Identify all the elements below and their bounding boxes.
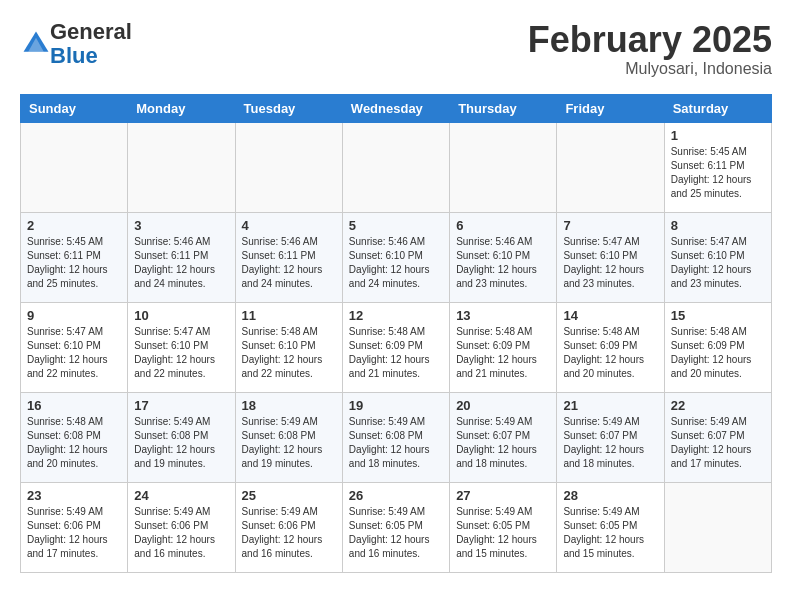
day-info: Sunrise: 5:48 AM Sunset: 6:09 PM Dayligh… xyxy=(563,325,657,381)
day-number: 7 xyxy=(563,218,657,233)
calendar-cell: 20Sunrise: 5:49 AM Sunset: 6:07 PM Dayli… xyxy=(450,392,557,482)
calendar-cell: 13Sunrise: 5:48 AM Sunset: 6:09 PM Dayli… xyxy=(450,302,557,392)
day-info: Sunrise: 5:49 AM Sunset: 6:05 PM Dayligh… xyxy=(456,505,550,561)
day-info: Sunrise: 5:48 AM Sunset: 6:08 PM Dayligh… xyxy=(27,415,121,471)
calendar-cell: 4Sunrise: 5:46 AM Sunset: 6:11 PM Daylig… xyxy=(235,212,342,302)
calendar-cell xyxy=(450,122,557,212)
calendar-cell: 8Sunrise: 5:47 AM Sunset: 6:10 PM Daylig… xyxy=(664,212,771,302)
calendar-cell: 22Sunrise: 5:49 AM Sunset: 6:07 PM Dayli… xyxy=(664,392,771,482)
calendar-cell: 6Sunrise: 5:46 AM Sunset: 6:10 PM Daylig… xyxy=(450,212,557,302)
calendar-cell: 14Sunrise: 5:48 AM Sunset: 6:09 PM Dayli… xyxy=(557,302,664,392)
calendar-cell: 3Sunrise: 5:46 AM Sunset: 6:11 PM Daylig… xyxy=(128,212,235,302)
day-header-monday: Monday xyxy=(128,94,235,122)
day-number: 26 xyxy=(349,488,443,503)
day-number: 25 xyxy=(242,488,336,503)
calendar-cell: 19Sunrise: 5:49 AM Sunset: 6:08 PM Dayli… xyxy=(342,392,449,482)
day-info: Sunrise: 5:49 AM Sunset: 6:05 PM Dayligh… xyxy=(563,505,657,561)
calendar-cell: 1Sunrise: 5:45 AM Sunset: 6:11 PM Daylig… xyxy=(664,122,771,212)
day-number: 17 xyxy=(134,398,228,413)
day-number: 16 xyxy=(27,398,121,413)
logo-blue-text: Blue xyxy=(50,43,98,68)
day-number: 21 xyxy=(563,398,657,413)
day-info: Sunrise: 5:48 AM Sunset: 6:09 PM Dayligh… xyxy=(349,325,443,381)
day-number: 22 xyxy=(671,398,765,413)
day-info: Sunrise: 5:49 AM Sunset: 6:07 PM Dayligh… xyxy=(563,415,657,471)
day-header-wednesday: Wednesday xyxy=(342,94,449,122)
calendar-week-5: 23Sunrise: 5:49 AM Sunset: 6:06 PM Dayli… xyxy=(21,482,772,572)
day-info: Sunrise: 5:46 AM Sunset: 6:11 PM Dayligh… xyxy=(242,235,336,291)
page-header: General Blue February 2025 Mulyosari, In… xyxy=(20,20,772,78)
calendar-cell: 11Sunrise: 5:48 AM Sunset: 6:10 PM Dayli… xyxy=(235,302,342,392)
day-info: Sunrise: 5:47 AM Sunset: 6:10 PM Dayligh… xyxy=(134,325,228,381)
day-number: 5 xyxy=(349,218,443,233)
day-number: 2 xyxy=(27,218,121,233)
day-number: 18 xyxy=(242,398,336,413)
month-title: February 2025 xyxy=(528,20,772,60)
day-number: 28 xyxy=(563,488,657,503)
day-info: Sunrise: 5:49 AM Sunset: 6:05 PM Dayligh… xyxy=(349,505,443,561)
day-header-thursday: Thursday xyxy=(450,94,557,122)
day-info: Sunrise: 5:49 AM Sunset: 6:08 PM Dayligh… xyxy=(134,415,228,471)
location-text: Mulyosari, Indonesia xyxy=(528,60,772,78)
calendar-week-3: 9Sunrise: 5:47 AM Sunset: 6:10 PM Daylig… xyxy=(21,302,772,392)
calendar-cell: 5Sunrise: 5:46 AM Sunset: 6:10 PM Daylig… xyxy=(342,212,449,302)
calendar-cell: 10Sunrise: 5:47 AM Sunset: 6:10 PM Dayli… xyxy=(128,302,235,392)
calendar-cell: 9Sunrise: 5:47 AM Sunset: 6:10 PM Daylig… xyxy=(21,302,128,392)
day-info: Sunrise: 5:48 AM Sunset: 6:09 PM Dayligh… xyxy=(671,325,765,381)
day-number: 13 xyxy=(456,308,550,323)
logo-general-text: General xyxy=(50,19,132,44)
day-number: 27 xyxy=(456,488,550,503)
day-header-saturday: Saturday xyxy=(664,94,771,122)
day-info: Sunrise: 5:49 AM Sunset: 6:06 PM Dayligh… xyxy=(242,505,336,561)
day-info: Sunrise: 5:49 AM Sunset: 6:08 PM Dayligh… xyxy=(242,415,336,471)
calendar-header-row: SundayMondayTuesdayWednesdayThursdayFrid… xyxy=(21,94,772,122)
day-info: Sunrise: 5:46 AM Sunset: 6:10 PM Dayligh… xyxy=(349,235,443,291)
calendar-cell xyxy=(235,122,342,212)
calendar-table: SundayMondayTuesdayWednesdayThursdayFrid… xyxy=(20,94,772,573)
day-info: Sunrise: 5:48 AM Sunset: 6:09 PM Dayligh… xyxy=(456,325,550,381)
day-number: 19 xyxy=(349,398,443,413)
day-info: Sunrise: 5:49 AM Sunset: 6:07 PM Dayligh… xyxy=(671,415,765,471)
calendar-cell: 23Sunrise: 5:49 AM Sunset: 6:06 PM Dayli… xyxy=(21,482,128,572)
logo-icon xyxy=(22,30,50,58)
day-number: 4 xyxy=(242,218,336,233)
day-number: 24 xyxy=(134,488,228,503)
calendar-cell: 16Sunrise: 5:48 AM Sunset: 6:08 PM Dayli… xyxy=(21,392,128,482)
day-header-sunday: Sunday xyxy=(21,94,128,122)
calendar-week-2: 2Sunrise: 5:45 AM Sunset: 6:11 PM Daylig… xyxy=(21,212,772,302)
day-number: 11 xyxy=(242,308,336,323)
calendar-cell: 12Sunrise: 5:48 AM Sunset: 6:09 PM Dayli… xyxy=(342,302,449,392)
day-info: Sunrise: 5:45 AM Sunset: 6:11 PM Dayligh… xyxy=(671,145,765,201)
calendar-week-4: 16Sunrise: 5:48 AM Sunset: 6:08 PM Dayli… xyxy=(21,392,772,482)
day-info: Sunrise: 5:46 AM Sunset: 6:11 PM Dayligh… xyxy=(134,235,228,291)
day-number: 8 xyxy=(671,218,765,233)
day-number: 12 xyxy=(349,308,443,323)
day-info: Sunrise: 5:46 AM Sunset: 6:10 PM Dayligh… xyxy=(456,235,550,291)
day-info: Sunrise: 5:49 AM Sunset: 6:08 PM Dayligh… xyxy=(349,415,443,471)
day-number: 1 xyxy=(671,128,765,143)
day-info: Sunrise: 5:47 AM Sunset: 6:10 PM Dayligh… xyxy=(27,325,121,381)
day-header-tuesday: Tuesday xyxy=(235,94,342,122)
calendar-cell xyxy=(342,122,449,212)
day-number: 14 xyxy=(563,308,657,323)
day-info: Sunrise: 5:47 AM Sunset: 6:10 PM Dayligh… xyxy=(671,235,765,291)
day-info: Sunrise: 5:49 AM Sunset: 6:07 PM Dayligh… xyxy=(456,415,550,471)
calendar-cell xyxy=(664,482,771,572)
calendar-cell: 27Sunrise: 5:49 AM Sunset: 6:05 PM Dayli… xyxy=(450,482,557,572)
calendar-cell: 28Sunrise: 5:49 AM Sunset: 6:05 PM Dayli… xyxy=(557,482,664,572)
day-number: 20 xyxy=(456,398,550,413)
title-block: February 2025 Mulyosari, Indonesia xyxy=(528,20,772,78)
day-info: Sunrise: 5:49 AM Sunset: 6:06 PM Dayligh… xyxy=(27,505,121,561)
calendar-cell: 7Sunrise: 5:47 AM Sunset: 6:10 PM Daylig… xyxy=(557,212,664,302)
calendar-cell xyxy=(21,122,128,212)
calendar-cell: 17Sunrise: 5:49 AM Sunset: 6:08 PM Dayli… xyxy=(128,392,235,482)
day-info: Sunrise: 5:48 AM Sunset: 6:10 PM Dayligh… xyxy=(242,325,336,381)
day-info: Sunrise: 5:49 AM Sunset: 6:06 PM Dayligh… xyxy=(134,505,228,561)
day-header-friday: Friday xyxy=(557,94,664,122)
calendar-cell: 24Sunrise: 5:49 AM Sunset: 6:06 PM Dayli… xyxy=(128,482,235,572)
calendar-cell: 21Sunrise: 5:49 AM Sunset: 6:07 PM Dayli… xyxy=(557,392,664,482)
day-number: 9 xyxy=(27,308,121,323)
calendar-cell xyxy=(557,122,664,212)
calendar-cell xyxy=(128,122,235,212)
calendar-cell: 2Sunrise: 5:45 AM Sunset: 6:11 PM Daylig… xyxy=(21,212,128,302)
